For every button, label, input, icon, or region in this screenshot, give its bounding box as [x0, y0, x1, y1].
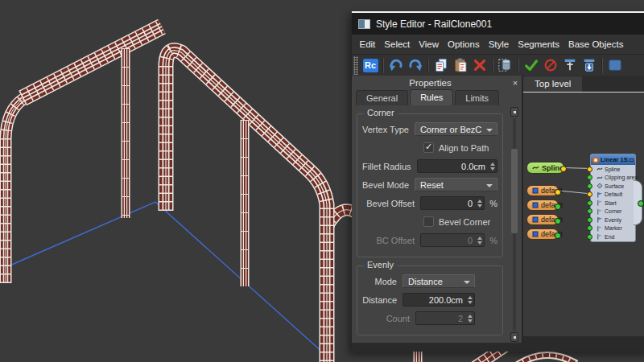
bevel-corner-label: Bevel Corner [439, 217, 490, 227]
title-bar[interactable]: Style Editor - RailClone001 [352, 13, 644, 35]
tab-rules[interactable]: Rules [410, 89, 453, 105]
tab-top-level[interactable]: Top level [523, 76, 582, 92]
input-port[interactable] [587, 183, 592, 189]
bevel-offset-value: 0 [421, 199, 475, 208]
node-default-3[interactable]: default [526, 214, 559, 225]
input-port[interactable] [587, 217, 592, 223]
input-row-clipping-area[interactable]: Clipping area [591, 174, 635, 183]
tab-general[interactable]: General [356, 90, 408, 105]
menu-bar: Edit Select View Options Style Segments … [352, 35, 644, 54]
node-default-4[interactable]: default [526, 228, 559, 240]
output-port[interactable] [555, 232, 561, 239]
flag-icon [597, 225, 603, 232]
flag-icon [597, 191, 603, 198]
send-to-top-button[interactable] [560, 56, 580, 75]
scroll-down-button[interactable] [510, 332, 518, 342]
properties-scrollbar[interactable] [510, 107, 518, 342]
disable-button[interactable] [541, 56, 560, 75]
node-canvas[interactable]: Spline default default [523, 93, 644, 336]
surface-icon [597, 183, 603, 189]
input-row-corner[interactable]: Corner [591, 208, 635, 216]
wireframe-left-rail [23, 27, 162, 98]
input-label: Evenly [605, 217, 621, 223]
disable-icon [543, 57, 559, 73]
scrollbar-thumb[interactable] [511, 149, 518, 233]
bevel-offset-field[interactable]: 0 [420, 196, 485, 210]
menu-view[interactable]: View [415, 36, 444, 52]
flag-icon [597, 216, 603, 223]
align-to-path-label: Align to Path [439, 143, 489, 153]
bevel-mode-dropdown[interactable]: Reset [415, 178, 497, 191]
scroll-up-button[interactable] [510, 107, 518, 117]
spinner-arrows[interactable] [488, 160, 497, 172]
input-port[interactable] [587, 175, 592, 180]
evenly-mode-label: Mode [362, 277, 397, 286]
chevron-down-icon [486, 184, 493, 187]
input-port[interactable] [587, 191, 592, 197]
output-port[interactable] [638, 200, 644, 207]
undo-button[interactable] [386, 56, 406, 75]
corner-group: Corner Vertex Type Corner or BezC Align … [357, 113, 503, 257]
evenly-mode-dropdown[interactable]: Distance [402, 274, 475, 288]
close-icon[interactable]: × [509, 78, 522, 88]
bc-offset-field: 0 [420, 233, 485, 247]
input-row-spline[interactable]: Spline [591, 165, 635, 174]
linear-node-header[interactable]: Linear 1S1 [591, 154, 635, 165]
menu-select[interactable]: Select [380, 36, 415, 52]
redo-button[interactable] [406, 56, 425, 75]
output-port[interactable] [560, 166, 567, 172]
menu-edit[interactable]: Edit [355, 36, 380, 52]
evenly-group: Evenly Mode Distance Distance 200.0cm [357, 265, 503, 335]
input-port[interactable] [587, 225, 592, 231]
fillet-radius-field[interactable]: 0.0cm [417, 159, 497, 173]
spinner-arrows[interactable] [465, 294, 474, 306]
copy-button[interactable] [431, 56, 451, 75]
node-default-1[interactable]: default [526, 185, 559, 196]
align-to-path-checkbox[interactable] [423, 142, 434, 153]
bevel-mode-value: Reset [420, 180, 444, 190]
node-spline[interactable]: Spline [526, 162, 564, 174]
flag-icon [597, 208, 603, 215]
collapse-icon[interactable] [630, 158, 634, 162]
input-row-end[interactable]: End [591, 232, 635, 241]
delete-icon [472, 57, 488, 73]
node-default-2[interactable]: default [526, 200, 559, 211]
input-label: End [605, 234, 614, 240]
output-port[interactable] [555, 218, 561, 224]
railclone-logo-button[interactable]: Rc [361, 56, 380, 75]
bevel-corner-checkbox[interactable] [423, 216, 434, 227]
tab-limits[interactable]: Limits [455, 90, 499, 105]
input-row-marker[interactable]: Marker [591, 224, 635, 233]
output-port[interactable] [555, 204, 561, 210]
menu-segments[interactable]: Segments [514, 36, 564, 52]
input-row-evenly[interactable]: Evenly [591, 216, 635, 224]
input-row-default[interactable]: Default [591, 191, 635, 200]
menu-style[interactable]: Style [484, 36, 514, 52]
paste-button[interactable] [451, 56, 470, 75]
clipped-toolbar-button[interactable] [605, 56, 625, 75]
linear-node-output-flange[interactable] [634, 180, 642, 225]
output-port[interactable] [555, 189, 561, 195]
send-to-bottom-button[interactable] [580, 56, 599, 75]
input-port[interactable] [587, 234, 592, 240]
validate-button[interactable] [522, 56, 541, 75]
delete-button[interactable] [470, 56, 489, 75]
toolbar-separator [427, 58, 429, 73]
pick-object-button[interactable] [496, 56, 515, 75]
menu-options[interactable]: Options [444, 36, 485, 52]
vertex-type-value: Corner or BezC [420, 125, 481, 134]
input-row-start[interactable]: Start [591, 199, 635, 208]
vertex-type-dropdown[interactable]: Corner or BezC [415, 122, 497, 136]
toolbar-separator [382, 58, 384, 73]
toolbar-grip[interactable] [353, 56, 358, 75]
menu-base-objects[interactable]: Base Objects [564, 36, 628, 52]
input-row-surface[interactable]: Surface [591, 182, 635, 191]
spline-icon [597, 175, 603, 181]
toolbar-separator [601, 58, 603, 73]
input-port[interactable] [587, 200, 592, 206]
evenly-distance-field[interactable]: 200.0cm [402, 293, 475, 306]
spinner-arrows[interactable] [475, 197, 484, 209]
input-port[interactable] [587, 167, 592, 172]
node-linear-generator[interactable]: Linear 1S1 Spline [590, 154, 636, 242]
input-port[interactable] [587, 208, 592, 214]
